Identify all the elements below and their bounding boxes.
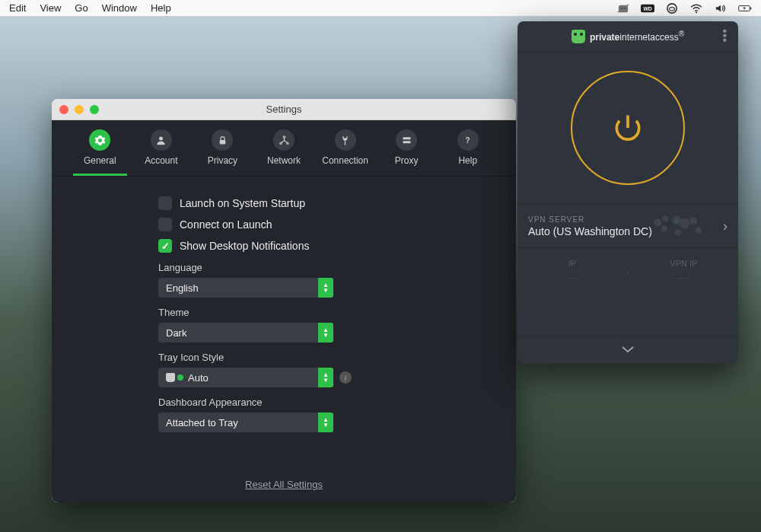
language-select[interactable]: English ▲▼ — [158, 278, 333, 298]
local-ip-col: IP — — [517, 259, 626, 285]
wifi-icon[interactable] — [689, 3, 703, 14]
menubar-right: WD — [616, 3, 752, 14]
tab-network[interactable]: Network — [257, 129, 311, 176]
svg-point-23 — [680, 218, 689, 228]
ip-label: IP — [517, 259, 626, 268]
menu-edit[interactable]: Edit — [9, 2, 26, 14]
menu-window[interactable]: Window — [102, 2, 137, 14]
settings-window: Settings General Account Privacy — [52, 99, 516, 502]
select-value: Attached to Tray — [166, 417, 238, 428]
settings-tabbar: General Account Privacy Network — [52, 120, 516, 177]
launch-on-startup-row[interactable]: Launch on System Startup — [158, 196, 486, 210]
pia-tray-icon[interactable] — [616, 3, 630, 14]
vpn-server-row[interactable]: VPN SERVER Auto (US Washington DC) › — [517, 204, 738, 248]
pia-logo: privateinternetaccess® — [572, 30, 684, 43]
vpn-menu-button[interactable]: ••• — [722, 29, 728, 43]
menu-go[interactable]: Go — [75, 2, 88, 14]
reset-all-settings-link[interactable]: Reset All Settings — [52, 467, 516, 502]
stepper-arrows-icon: ▲▼ — [318, 413, 333, 432]
brand-suffix: ® — [679, 30, 684, 38]
titlebar[interactable]: Settings — [52, 99, 516, 120]
svg-point-8 — [696, 11, 697, 13]
menu-view[interactable]: View — [40, 2, 61, 14]
tab-label: Help — [458, 155, 477, 166]
tab-help[interactable]: ? Help — [441, 129, 495, 176]
svg-point-20 — [662, 215, 668, 221]
battery-icon[interactable] — [738, 3, 752, 14]
tray-icon-style-select[interactable]: Auto ▲▼ — [158, 368, 333, 387]
connect-toggle-button[interactable] — [571, 71, 685, 185]
dashboard-appearance-select[interactable]: Attached to Tray ▲▼ — [158, 413, 333, 432]
window-title: Settings — [52, 104, 516, 115]
tab-label: Account — [145, 155, 177, 166]
tab-label: Connection — [322, 155, 368, 166]
server-label: VPN SERVER — [528, 215, 652, 224]
svg-point-24 — [689, 217, 697, 225]
vpn-header: privateinternetaccess® ••• — [517, 21, 738, 52]
menubar-left: Edit View Go Window Help — [9, 2, 171, 14]
connect-on-launch-row[interactable]: Connect on Launch — [158, 218, 486, 231]
settings-body: General Account Privacy Network — [52, 120, 516, 502]
svg-point-13 — [283, 135, 285, 138]
language-label: Language — [158, 262, 486, 273]
svg-point-21 — [661, 225, 667, 231]
tab-label: Network — [267, 155, 301, 166]
expand-panel-button[interactable] — [517, 336, 738, 364]
pia-dashboard-panel: privateinternetaccess® ••• VPN SERVER Au… — [517, 21, 738, 364]
tab-label: Privacy — [208, 155, 237, 166]
server-icon — [396, 129, 417, 151]
svg-text:?: ? — [466, 136, 470, 145]
show-notifications-row[interactable]: Show Desktop Notifications — [158, 239, 486, 253]
ip-value: — — [517, 271, 626, 285]
tab-proxy[interactable]: Proxy — [380, 129, 434, 176]
ip-row: IP — › VPN IP — — [517, 248, 738, 295]
menu-help[interactable]: Help — [151, 2, 171, 14]
svg-rect-17 — [403, 141, 410, 143]
network-icon — [273, 129, 295, 151]
user-icon — [151, 129, 172, 151]
svg-rect-16 — [403, 137, 410, 139]
tab-general[interactable]: General — [73, 129, 127, 176]
svg-point-7 — [670, 7, 675, 10]
brand-rest: internetaccess — [619, 32, 678, 43]
brand-private: private — [590, 32, 619, 43]
stepper-arrows-icon: ▲▼ — [318, 278, 333, 298]
power-area — [517, 52, 738, 204]
tab-account[interactable]: Account — [135, 129, 189, 176]
world-map-icon — [644, 211, 712, 243]
tab-label: Proxy — [395, 155, 419, 166]
theme-label: Theme — [158, 307, 486, 318]
svg-point-26 — [675, 229, 681, 235]
vpn-ip-value: — — [629, 271, 738, 285]
theme-select[interactable]: Dark ▲▼ — [158, 323, 333, 342]
tray-icon-preview — [166, 373, 183, 382]
svg-point-27 — [675, 219, 678, 222]
wd-icon[interactable]: WD — [641, 3, 654, 14]
svg-point-6 — [667, 3, 677, 12]
chevron-right-icon: › — [723, 218, 728, 234]
vpn-ip-label: VPN IP — [629, 259, 738, 268]
dashboard-appearance-label: Dashboard Appearance — [158, 397, 486, 408]
tab-label: General — [84, 155, 116, 166]
tab-privacy[interactable]: Privacy — [196, 129, 250, 176]
tray-icon-style-label: Tray Icon Style — [158, 352, 486, 363]
checkbox[interactable] — [158, 218, 172, 231]
svg-text:WD: WD — [643, 6, 651, 11]
vpn-ip-col: VPN IP — — [629, 259, 738, 285]
svg-rect-12 — [220, 139, 226, 144]
question-icon: ? — [457, 129, 479, 151]
pia-robot-icon — [572, 30, 585, 43]
server-name: Auto (US Washington DC) — [528, 225, 652, 237]
info-icon[interactable]: i — [339, 371, 352, 384]
svg-point-11 — [159, 136, 163, 140]
checkbox-label: Launch on System Startup — [180, 197, 305, 209]
checkbox-label: Show Desktop Notifications — [180, 240, 309, 252]
creative-cloud-icon[interactable] — [665, 3, 679, 14]
volume-icon[interactable] — [714, 3, 728, 14]
checkbox-label: Connect on Launch — [180, 218, 272, 231]
checkbox[interactable] — [158, 196, 172, 210]
select-value: Auto — [188, 372, 209, 384]
lock-icon — [212, 129, 233, 151]
tab-connection[interactable]: Connection — [318, 129, 372, 176]
checkbox[interactable] — [158, 239, 172, 253]
